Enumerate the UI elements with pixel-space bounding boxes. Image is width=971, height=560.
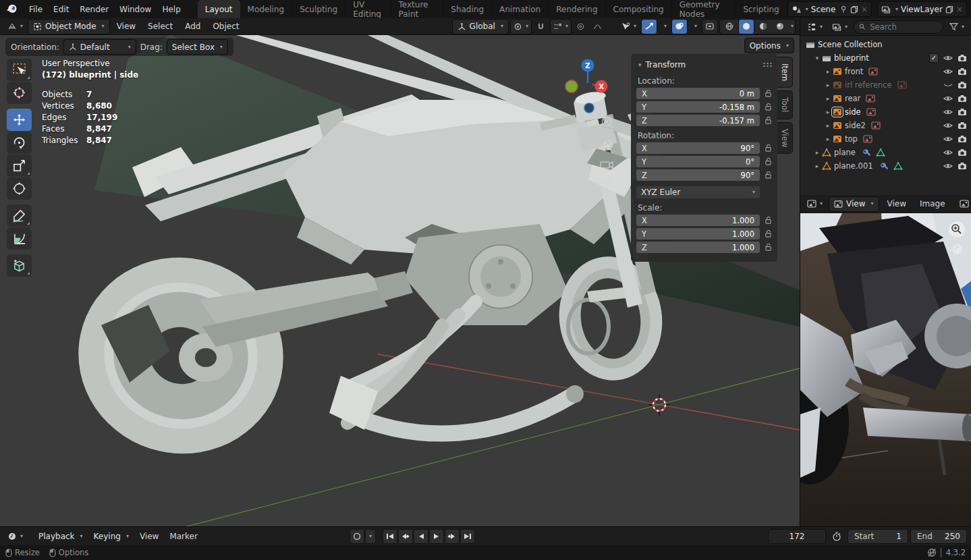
- tool-scale[interactable]: [7, 155, 32, 177]
- pivot-point-dropdown[interactable]: ▾: [510, 19, 532, 34]
- rotation-y-field[interactable]: Y0°: [636, 156, 760, 167]
- expand-icon[interactable]: ▸: [812, 163, 822, 169]
- outliner-row-rear[interactable]: ▸ rear: [800, 92, 971, 105]
- workspace-tab-rendering[interactable]: Rendering: [549, 0, 605, 18]
- play-button[interactable]: [429, 529, 444, 544]
- scene-selector[interactable]: ▾ Scene ×: [787, 1, 872, 17]
- scale-z-field[interactable]: Z1.000: [636, 242, 760, 253]
- outliner-row-plane[interactable]: ▸ plane: [800, 146, 971, 159]
- hide-eye-icon[interactable]: [943, 108, 953, 116]
- drag-dropdown[interactable]: Select Box ▾: [167, 39, 228, 55]
- expand-icon[interactable]: ▸: [823, 95, 833, 102]
- menu-edit[interactable]: Edit: [48, 1, 74, 18]
- image-zoom-icon[interactable]: [949, 221, 965, 237]
- disable-render-camera-icon[interactable]: [958, 162, 967, 170]
- outliner-row-front[interactable]: ▸ front: [800, 65, 971, 78]
- reference-photo[interactable]: [800, 213, 971, 526]
- hide-eye-icon[interactable]: [943, 94, 953, 103]
- workspace-tab-shading[interactable]: Shading: [443, 0, 492, 18]
- frame-start-field[interactable]: Start 1: [848, 529, 908, 544]
- playback-menu[interactable]: Playback ▾: [33, 528, 88, 544]
- outliner-editor-type-button[interactable]: ▾: [804, 19, 826, 34]
- keying-menu[interactable]: Keying ▾: [88, 528, 134, 544]
- lock-open-icon[interactable]: [765, 229, 772, 238]
- tab-tool[interactable]: Tool: [777, 90, 793, 119]
- previous-keyframe-button[interactable]: [398, 529, 413, 544]
- orientation-dropdown[interactable]: Default ▾: [63, 39, 136, 55]
- expand-icon[interactable]: ▸: [823, 68, 833, 75]
- outliner-row-scene-collection[interactable]: Scene Collection: [800, 38, 971, 51]
- panel-grip-icon[interactable]: [762, 62, 772, 67]
- options-dropdown[interactable]: Options ▾: [744, 38, 794, 53]
- menu-image[interactable]: Image: [914, 196, 951, 212]
- xray-toggle[interactable]: [702, 19, 718, 34]
- scale-y-field[interactable]: Y1.000: [636, 228, 760, 240]
- disable-render-camera-icon[interactable]: [958, 81, 967, 89]
- expand-icon[interactable]: ▸: [823, 122, 833, 129]
- workspace-tab-scripting[interactable]: Scripting: [736, 0, 787, 18]
- disable-render-camera-icon[interactable]: [958, 54, 967, 62]
- outliner-row-plane-001[interactable]: ▸ plane.001: [800, 159, 971, 173]
- tool-move[interactable]: [7, 109, 32, 131]
- workspace-tab-sculpting[interactable]: Sculpting: [292, 0, 345, 18]
- image-editor-type-button[interactable]: ▾: [804, 196, 826, 212]
- lock-open-icon[interactable]: [765, 243, 772, 252]
- outliner-filter-button[interactable]: ▾: [946, 19, 968, 34]
- lock-open-icon[interactable]: [765, 157, 772, 166]
- outliner-row-top[interactable]: ▸ top: [800, 132, 971, 146]
- image-browse-button[interactable]: ▾: [956, 196, 971, 212]
- auto-keyframe-toggle[interactable]: [350, 529, 364, 544]
- lock-open-icon[interactable]: [765, 116, 772, 125]
- proportional-falloff-dropdown[interactable]: [590, 19, 605, 34]
- editor-type-button[interactable]: ▾: [4, 19, 26, 34]
- workspace-tab-compositing[interactable]: Compositing: [606, 0, 672, 18]
- current-frame-field[interactable]: 172: [768, 529, 826, 544]
- hide-eye-icon[interactable]: [943, 54, 953, 62]
- tool-measure[interactable]: [7, 227, 32, 250]
- hide-eye-icon[interactable]: [943, 135, 953, 143]
- show-overlays-toggle[interactable]: [671, 19, 688, 34]
- menu-marker[interactable]: Marker: [164, 528, 202, 545]
- tool-rotate[interactable]: [7, 132, 32, 154]
- expand-icon[interactable]: ▸: [812, 149, 822, 156]
- workspace-tab-layout[interactable]: Layout: [198, 0, 240, 18]
- disable-render-camera-icon[interactable]: [958, 94, 967, 103]
- lock-open-icon[interactable]: [765, 144, 772, 152]
- rotation-x-field[interactable]: X90°: [636, 142, 760, 154]
- expand-icon[interactable]: ▸: [823, 82, 833, 88]
- menu-file[interactable]: File: [24, 1, 48, 18]
- location-x-field[interactable]: X0 m: [636, 88, 760, 99]
- expand-icon[interactable]: ▸: [823, 136, 833, 142]
- tool-select-box[interactable]: [7, 59, 32, 81]
- menu-select[interactable]: Select: [142, 18, 178, 35]
- outliner-display-mode-button[interactable]: ▾: [829, 19, 851, 34]
- tool-annotate[interactable]: [7, 204, 32, 227]
- pin-icon[interactable]: [839, 5, 848, 13]
- hide-eye-icon[interactable]: [943, 121, 953, 130]
- image-editor-mode-dropdown[interactable]: View ▾: [829, 196, 879, 212]
- location-z-field[interactable]: Z-0.157 m: [636, 115, 760, 126]
- new-scene-icon[interactable]: [850, 5, 858, 13]
- rotation-z-field[interactable]: Z90°: [636, 169, 760, 181]
- object-visibility-dropdown[interactable]: ▾: [617, 19, 640, 34]
- shading-material-button[interactable]: [755, 19, 771, 34]
- viewlayer-selector[interactable]: ▾ ViewLayer ×: [877, 1, 967, 17]
- tool-transform[interactable]: [7, 177, 32, 200]
- lock-open-icon[interactable]: [765, 89, 772, 98]
- disable-render-camera-icon[interactable]: [958, 108, 967, 116]
- next-keyframe-button[interactable]: [445, 529, 460, 544]
- outliner-row-side[interactable]: ▸ side: [800, 105, 971, 119]
- jump-to-end-button[interactable]: [460, 529, 475, 544]
- disable-render-camera-icon[interactable]: [958, 135, 967, 143]
- tab-view[interactable]: View: [777, 122, 793, 154]
- viewport-3d[interactable]: Z X Orie: [0, 35, 800, 526]
- menu-add[interactable]: Add: [179, 18, 206, 35]
- workspace-tab-texture-paint[interactable]: Texture Paint: [391, 0, 444, 18]
- outliner-row-blueprint[interactable]: ▾ blueprint ✓: [800, 51, 971, 65]
- hidden-eye-closed-icon[interactable]: [943, 81, 953, 89]
- disable-render-camera-icon[interactable]: [958, 67, 967, 76]
- proportional-edit-toggle[interactable]: [573, 19, 588, 34]
- gizmo-y-axis[interactable]: [565, 80, 578, 93]
- shading-solid-button[interactable]: [738, 19, 754, 34]
- outliner-row-side2[interactable]: ▸ side2: [800, 119, 971, 132]
